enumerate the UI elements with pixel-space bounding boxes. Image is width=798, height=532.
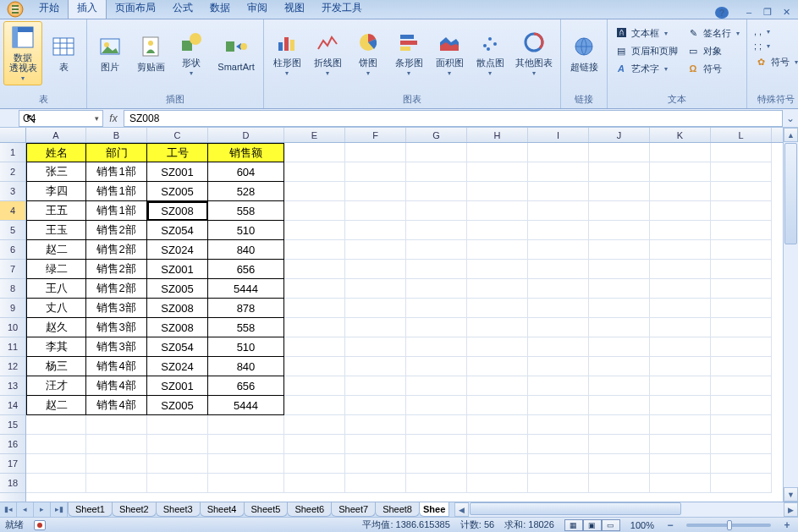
column-header-L[interactable]: L (711, 128, 772, 142)
cell[interactable] (406, 201, 467, 221)
cell[interactable] (284, 474, 345, 493)
cell[interactable] (711, 337, 772, 357)
cell[interactable]: 销售1部 (86, 182, 147, 201)
scroll-down-icon[interactable]: ▼ (784, 487, 798, 502)
horizontal-scrollbar[interactable]: ◀ ▶ (454, 502, 798, 517)
zoom-slider[interactable] (686, 524, 771, 527)
cell[interactable] (650, 162, 711, 182)
cell[interactable] (467, 260, 528, 279)
sheet-tab[interactable]: Sheet7 (331, 502, 376, 517)
cell[interactable] (650, 143, 711, 162)
cell[interactable] (284, 279, 345, 299)
tab-review[interactable]: 审阅 (239, 0, 276, 19)
zoom-knob[interactable] (727, 520, 732, 530)
sheet-last-icon[interactable]: ▸▮ (51, 502, 68, 517)
cell[interactable] (528, 435, 589, 454)
scroll-left-icon[interactable]: ◀ (454, 502, 469, 517)
wordart-button[interactable]: A艺术字▾ (611, 60, 681, 77)
restore-window-icon[interactable]: ❐ (761, 7, 774, 19)
clipart-button[interactable]: 剪贴画 (131, 21, 170, 85)
cell[interactable] (528, 376, 589, 396)
cell[interactable]: SZ001 (147, 376, 208, 396)
shapes-button[interactable]: 形状▾ (172, 21, 211, 85)
cell[interactable] (589, 357, 650, 376)
normal-view-icon[interactable]: ▦ (564, 519, 583, 531)
cell[interactable] (284, 221, 345, 240)
tab-insert[interactable]: 插入 (68, 0, 107, 19)
cell[interactable] (284, 337, 345, 357)
cell[interactable] (208, 435, 284, 454)
cell[interactable]: 销售3部 (86, 318, 147, 337)
expand-formula-bar-icon[interactable]: ⌄ (783, 112, 798, 124)
cell[interactable] (406, 435, 467, 454)
cell[interactable] (284, 318, 345, 337)
vertical-scrollbar[interactable]: ▲ ▼ (783, 128, 798, 502)
cell[interactable] (406, 182, 467, 201)
hyperlink-button[interactable]: 超链接 (564, 21, 603, 85)
object-button[interactable]: ▭对象 (683, 42, 743, 59)
cell[interactable] (711, 182, 772, 201)
column-header-A[interactable]: A (26, 128, 86, 142)
row-header[interactable]: 6 (0, 240, 25, 260)
cell[interactable] (650, 474, 711, 493)
cell[interactable] (589, 201, 650, 221)
pagebreak-view-icon[interactable]: ▭ (602, 519, 620, 531)
cell[interactable] (345, 435, 406, 454)
cell[interactable] (406, 299, 467, 318)
cell[interactable] (406, 396, 467, 415)
select-all-corner[interactable] (0, 128, 26, 142)
record-macro-icon[interactable] (34, 520, 46, 530)
cell[interactable]: SZ054 (147, 221, 208, 240)
cell[interactable] (345, 337, 406, 357)
pie-chart-button[interactable]: 饼图▾ (349, 21, 388, 85)
row-header[interactable]: 11 (0, 337, 25, 357)
cell[interactable] (467, 162, 528, 182)
cell[interactable]: 528 (208, 182, 284, 201)
sheet-tab[interactable]: Sheet2 (112, 502, 157, 517)
column-header-G[interactable]: G (406, 128, 467, 142)
cell[interactable] (650, 279, 711, 299)
column-header-J[interactable]: J (589, 128, 650, 142)
cell[interactable]: 销售额 (208, 143, 284, 162)
cell[interactable] (650, 318, 711, 337)
cell[interactable] (528, 221, 589, 240)
column-chart-button[interactable]: 柱形图▾ (267, 21, 306, 85)
cell[interactable] (147, 415, 208, 435)
column-header-E[interactable]: E (284, 128, 345, 142)
cell[interactable] (711, 162, 772, 182)
cell[interactable]: 赵久 (26, 318, 86, 337)
cell[interactable] (26, 415, 86, 435)
cell[interactable] (406, 357, 467, 376)
cell[interactable] (345, 201, 406, 221)
cell[interactable] (345, 182, 406, 201)
row-header[interactable]: 5 (0, 221, 25, 240)
cell[interactable] (467, 318, 528, 337)
cell[interactable]: 510 (208, 221, 284, 240)
cell[interactable] (528, 318, 589, 337)
cell[interactable] (650, 260, 711, 279)
cell[interactable] (26, 474, 86, 493)
chevron-down-icon[interactable]: ▾ (95, 114, 99, 123)
cell[interactable] (208, 415, 284, 435)
cell[interactable] (345, 279, 406, 299)
cells-area[interactable]: 姓名部门工号销售额张三销售1部SZ001604李四销售1部SZ005528王五销… (26, 143, 783, 502)
cell[interactable]: 5444 (208, 279, 284, 299)
scroll-up-icon[interactable]: ▲ (784, 128, 798, 142)
row-header[interactable]: 12 (0, 357, 25, 376)
cell[interactable] (345, 299, 406, 318)
cell[interactable] (208, 454, 284, 474)
cell[interactable]: 878 (208, 299, 284, 318)
cell[interactable] (406, 240, 467, 260)
cell[interactable]: 5444 (208, 396, 284, 415)
textbox-button[interactable]: 🅰文本框▾ (611, 25, 681, 41)
sigline-button[interactable]: ✎签名行▾ (683, 25, 743, 41)
cell[interactable] (528, 454, 589, 474)
cell[interactable] (711, 396, 772, 415)
cell[interactable]: 丈八 (26, 299, 86, 318)
cell[interactable] (650, 337, 711, 357)
cell[interactable] (284, 435, 345, 454)
cell[interactable] (467, 435, 528, 454)
cell[interactable] (650, 415, 711, 435)
column-header-I[interactable]: I (528, 128, 589, 142)
column-header-B[interactable]: B (86, 128, 147, 142)
